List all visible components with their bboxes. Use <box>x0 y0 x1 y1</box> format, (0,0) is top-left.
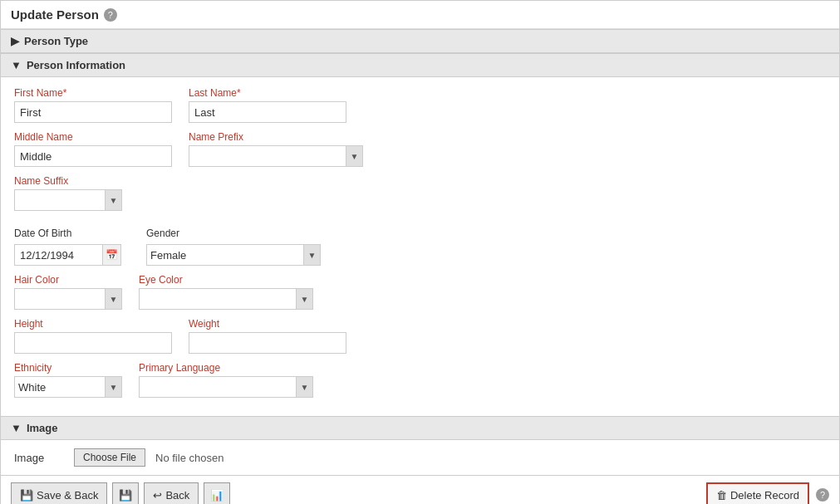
delete-icon: 🗑 <box>716 489 727 502</box>
name-row: First Name* Last Name* <box>14 87 826 123</box>
save-icon-button[interactable]: 💾 <box>112 482 139 504</box>
gender-arrow-icon[interactable]: ▼ <box>303 245 320 265</box>
section-person-information[interactable]: ▼ Person Information <box>1 53 839 77</box>
hair-color-label: Hair Color <box>14 274 122 286</box>
section-image[interactable]: ▼ Image <box>1 416 839 440</box>
first-name-input[interactable] <box>14 101 172 123</box>
page-title: Update Person <box>11 7 99 22</box>
footer-help-icon[interactable]: ? <box>816 488 829 502</box>
name-suffix-group: Name Suffix ▼ <box>14 175 122 211</box>
height-weight-row: Height Weight <box>14 318 826 354</box>
ethnicity-arrow-icon[interactable]: ▼ <box>105 377 121 397</box>
hair-color-select[interactable] <box>15 289 105 309</box>
name-prefix-label: Name Prefix <box>189 131 363 143</box>
name-suffix-select-wrapper: ▼ <box>14 189 122 211</box>
eye-color-group: Eye Color ▼ <box>139 274 313 310</box>
last-name-group: Last Name* <box>189 87 346 123</box>
name-prefix-group: Name Prefix ▼ <box>189 131 363 167</box>
gender-select[interactable]: Female Male Other <box>147 245 303 265</box>
hair-color-arrow-icon[interactable]: ▼ <box>105 289 121 309</box>
chevron-right-icon: ▶ <box>11 35 19 47</box>
delete-record-button[interactable]: 🗑 Delete Record <box>706 482 809 504</box>
ethnicity-group: Ethnicity White Black Asian Hispanic Oth… <box>14 362 122 398</box>
primary-language-select-wrapper: ▼ <box>139 376 313 398</box>
suffix-row: Name Suffix ▼ <box>14 175 826 211</box>
dob-gender-row: Date Of Birth 📅 Gender Female Male Other… <box>14 228 826 266</box>
section-person-type-label: Person Type <box>24 35 88 47</box>
weight-group: Weight <box>189 318 346 354</box>
back-arrow-icon: ↩ <box>153 489 162 502</box>
file-name-label: No file chosen <box>155 452 224 464</box>
name-suffix-label: Name Suffix <box>14 175 122 187</box>
image-field-label: Image <box>14 452 64 464</box>
first-name-group: First Name* <box>14 87 172 123</box>
chart-button[interactable]: 📊 <box>204 482 230 504</box>
hair-color-group: Hair Color ▼ <box>14 274 122 310</box>
footer-right-actions: 🗑 Delete Record ? <box>706 482 829 504</box>
height-input[interactable] <box>14 332 172 354</box>
page-header: Update Person ? <box>1 1 839 29</box>
save-back-label: Save & Back <box>37 489 98 502</box>
calendar-icon[interactable]: 📅 <box>102 245 120 265</box>
gender-group: Gender Female Male Other ▼ <box>146 228 321 266</box>
page-container: Update Person ? ▶ Person Type ▼ Person I… <box>0 0 840 504</box>
middle-name-input[interactable] <box>14 145 172 167</box>
middle-name-label: Middle Name <box>14 131 172 143</box>
section-person-type[interactable]: ▶ Person Type <box>1 29 839 53</box>
weight-input[interactable] <box>189 332 346 354</box>
eye-color-select[interactable] <box>140 289 296 309</box>
primary-language-group: Primary Language ▼ <box>139 362 313 398</box>
help-icon[interactable]: ? <box>104 8 117 22</box>
hair-eye-row: Hair Color ▼ Eye Color ▼ <box>14 274 826 310</box>
eye-color-arrow-icon[interactable]: ▼ <box>296 289 312 309</box>
delete-label: Delete Record <box>730 489 799 502</box>
dob-group: Date Of Birth 📅 <box>14 228 121 266</box>
name-prefix-select[interactable] <box>189 146 346 166</box>
person-information-content: First Name* Last Name* Middle Name Name … <box>1 77 839 416</box>
section-person-information-label: Person Information <box>27 59 125 71</box>
name-prefix-select-wrapper: ▼ <box>189 145 363 167</box>
last-name-label: Last Name* <box>189 87 346 99</box>
back-button[interactable]: ↩ Back <box>144 482 199 504</box>
choose-file-button[interactable]: Choose File <box>74 448 145 467</box>
last-name-input[interactable] <box>189 101 346 123</box>
dob-input-wrapper: 📅 <box>14 244 121 266</box>
middle-prefix-row: Middle Name Name Prefix ▼ <box>14 131 826 167</box>
name-suffix-select[interactable] <box>15 190 105 210</box>
middle-name-group: Middle Name <box>14 131 172 167</box>
eye-color-select-wrapper: ▼ <box>139 288 313 310</box>
primary-language-label: Primary Language <box>139 362 313 374</box>
footer-left-actions: 💾 Save & Back 💾 ↩ Back 📊 <box>11 482 230 504</box>
back-label: Back <box>165 489 189 502</box>
image-content: Image Choose File No file chosen <box>1 440 839 475</box>
first-name-label: First Name* <box>14 87 172 99</box>
name-prefix-arrow-icon[interactable]: ▼ <box>346 146 362 166</box>
dob-label: Date Of Birth <box>14 228 121 239</box>
save-back-button[interactable]: 💾 Save & Back <box>11 482 107 504</box>
image-chevron-down-icon: ▼ <box>11 422 22 434</box>
footer-bar: 💾 Save & Back 💾 ↩ Back 📊 🗑 Delete Record… <box>1 475 839 504</box>
weight-label: Weight <box>189 318 346 330</box>
chart-icon: 📊 <box>210 489 224 502</box>
chevron-down-icon: ▼ <box>11 59 22 71</box>
ethnicity-label: Ethnicity <box>14 362 122 374</box>
dob-input[interactable] <box>15 245 102 265</box>
name-suffix-arrow-icon[interactable]: ▼ <box>105 190 121 210</box>
eye-color-label: Eye Color <box>139 274 313 286</box>
primary-language-select[interactable] <box>140 377 296 397</box>
save-icon: 💾 <box>20 489 33 502</box>
ethnicity-select-wrapper: White Black Asian Hispanic Other ▼ <box>14 376 122 398</box>
primary-language-arrow-icon[interactable]: ▼ <box>296 377 312 397</box>
ethnicity-select[interactable]: White Black Asian Hispanic Other <box>15 377 105 397</box>
gender-select-wrapper: Female Male Other ▼ <box>146 244 321 266</box>
height-label: Height <box>14 318 172 330</box>
gender-label: Gender <box>146 228 321 239</box>
floppy-icon: 💾 <box>119 489 132 502</box>
height-group: Height <box>14 318 172 354</box>
section-image-label: Image <box>27 422 58 434</box>
ethnicity-language-row: Ethnicity White Black Asian Hispanic Oth… <box>14 362 826 398</box>
hair-color-select-wrapper: ▼ <box>14 288 122 310</box>
